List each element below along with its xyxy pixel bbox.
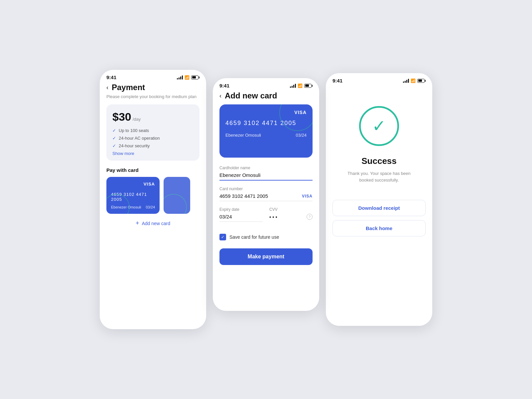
status-bar-2: 9:41 📶: [213, 78, 319, 91]
big-card-name: Ebenezer Omosuli: [225, 133, 261, 138]
success-subtitle: Thank you. Your space has been booked su…: [346, 170, 412, 183]
card-circle-2: [164, 194, 187, 214]
add-card-nav: ‹ Add new card: [219, 91, 313, 100]
signal-icon-2: [290, 84, 296, 88]
card-visa-1: VISA: [111, 182, 155, 187]
cvv-row: ••• ?: [269, 214, 313, 220]
plan-feature-2: ✓ 24-hour AC operation: [112, 136, 194, 141]
success-title: Success: [361, 156, 397, 166]
status-icons-3: 📶: [403, 78, 426, 83]
wifi-icon-3: 📶: [411, 78, 416, 83]
card-number-label: Card number: [219, 187, 313, 191]
cvv-label: CVV: [269, 207, 313, 212]
card-expiry-1: 03/24: [146, 205, 155, 209]
expiry-input[interactable]: [219, 214, 263, 222]
download-receipt-button[interactable]: Download receipt: [332, 200, 426, 216]
card-visa-badge: VISA: [302, 194, 313, 199]
feature-text-1: Up to 100 seats: [119, 128, 149, 133]
add-new-card-button[interactable]: + Add new card: [106, 220, 200, 227]
battery-icon-3: [417, 79, 426, 83]
card-number-row: 4659 3102 4471 2005 VISA: [219, 193, 313, 201]
screens-container: 9:41 📶 ‹ P: [86, 50, 446, 349]
pay-with-card-title: Pay with card: [106, 167, 200, 173]
cardholder-input[interactable]: [219, 172, 313, 181]
show-more-button[interactable]: Show more: [112, 151, 194, 156]
feature-text-3: 24-hour security: [119, 143, 150, 148]
big-card-footer: Ebenezer Omosuli 03/24: [225, 133, 307, 138]
add-card-screen: 9:41 📶 ‹ Add new: [213, 78, 319, 311]
status-time-2: 9:41: [219, 83, 229, 88]
cvv-help-icon[interactable]: ?: [307, 214, 313, 220]
plus-icon: +: [136, 220, 139, 227]
card-number-value: 4659 3102 4471 2005: [219, 193, 268, 199]
status-time-3: 9:41: [332, 78, 342, 83]
make-payment-button[interactable]: Make payment: [219, 248, 313, 265]
card-number-group: Card number 4659 3102 4471 2005 VISA: [219, 187, 313, 201]
plan-feature-1: ✓ Up to 100 seats: [112, 128, 194, 133]
payment-nav: ‹ Payment: [106, 83, 200, 92]
cardholder-group: Cardholder name: [219, 166, 313, 181]
signal-icon-1: [177, 75, 183, 79]
big-card-circle: [279, 104, 313, 131]
save-card-row: ✓ Save card for future use: [219, 234, 313, 240]
signal-icon-3: [403, 79, 409, 83]
check-icon-3: ✓: [112, 143, 116, 148]
save-card-checkbox[interactable]: ✓: [219, 234, 226, 240]
expiry-label: Expiry date: [219, 207, 263, 212]
payment-subtitle: Please complete your booking for medium …: [106, 94, 200, 99]
cvv-value: •••: [269, 214, 279, 220]
check-mark-icon: ✓: [372, 118, 386, 134]
battery-icon-1: [191, 75, 200, 79]
status-icons-2: 📶: [290, 83, 313, 88]
plan-period: /day: [133, 117, 141, 122]
big-card-expiry: 03/24: [296, 133, 307, 138]
check-icon-2: ✓: [112, 136, 116, 141]
payment-content: ‹ Payment Please complete your booking f…: [100, 83, 206, 235]
success-screen: 9:41 📶 ✓: [326, 73, 432, 326]
plan-feature-3: ✓ 24-hour security: [112, 143, 194, 148]
payment-title: Payment: [112, 83, 145, 92]
big-card-visa: VISA: [294, 110, 307, 115]
status-time-1: 9:41: [106, 74, 116, 80]
status-icons-1: 📶: [177, 75, 200, 80]
cardholder-label: Cardholder name: [219, 166, 313, 170]
wifi-icon-1: 📶: [185, 75, 190, 80]
check-icon-1: ✓: [112, 128, 116, 133]
plan-price-row: $30 /day: [112, 110, 194, 123]
cards-row: VISA 4659 3102 4471 2005 Ebenezer Omosul…: [106, 177, 200, 214]
back-button-2[interactable]: ‹: [219, 92, 221, 99]
expiry-cvv-row: Expiry date CVV ••• ?: [219, 207, 313, 228]
back-button-1[interactable]: ‹: [106, 84, 108, 91]
feature-text-2: 24-hour AC operation: [119, 136, 160, 141]
plan-price: $30: [112, 110, 131, 123]
payment-screen: 9:41 📶 ‹ P: [100, 70, 206, 329]
big-card: VISA 4659 3102 4471 2005 Ebenezer Omosul…: [219, 104, 313, 158]
card-1[interactable]: VISA 4659 3102 4471 2005 Ebenezer Omosul…: [106, 177, 160, 214]
battery-icon-2: [304, 84, 313, 88]
plan-card: $30 /day ✓ Up to 100 seats ✓ 24-hour AC …: [106, 104, 200, 161]
wifi-icon-2: 📶: [298, 83, 303, 88]
cvv-group: CVV ••• ?: [269, 207, 313, 222]
success-content: ✓ Success Thank you. Your space has been…: [326, 86, 432, 250]
save-card-label: Save card for future use: [229, 234, 279, 240]
card-2[interactable]: [164, 177, 190, 214]
add-card-form: ‹ Add new card VISA 4659 3102 4471 2005 …: [213, 91, 319, 273]
add-card-title: Add new card: [225, 91, 277, 100]
success-icon: ✓: [359, 106, 399, 146]
status-bar-3: 9:41 📶: [326, 73, 432, 86]
status-bar-1: 9:41 📶: [100, 70, 206, 83]
expiry-group: Expiry date: [219, 207, 263, 222]
back-home-button[interactable]: Back home: [332, 220, 426, 236]
add-card-label: Add new card: [142, 221, 170, 226]
